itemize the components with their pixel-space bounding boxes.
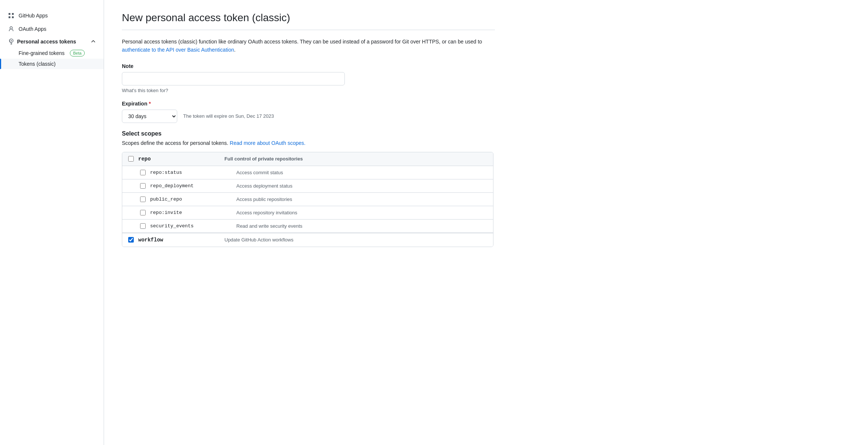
title-divider: [122, 30, 495, 30]
expiration-select[interactable]: 30 days 60 days 90 days Custom No expira…: [122, 110, 177, 123]
scope-row-repo-invite: repo:invite Access repository invitation…: [122, 206, 493, 220]
sidebar-sub-item-fine-grained[interactable]: Fine-grained tokens Beta: [0, 48, 104, 59]
beta-badge: Beta: [70, 50, 85, 56]
description-text: Personal access tokens (classic) functio…: [122, 38, 486, 54]
sidebar-oauth-apps-label: OAuth Apps: [19, 26, 46, 32]
scope-checkbox-repo-deployment[interactable]: [140, 183, 146, 189]
description-prefix: Personal access tokens (classic) functio…: [122, 39, 482, 45]
scopes-title: Select scopes: [122, 130, 495, 137]
scope-row-repo-deployment: repo_deployment Access deployment status: [122, 179, 493, 193]
sidebar-github-apps-label: GitHub Apps: [19, 13, 48, 19]
expiration-group: Expiration* 30 days 60 days 90 days Cust…: [122, 101, 495, 123]
description-link[interactable]: authenticate to the API over Basic Authe…: [122, 47, 234, 53]
scope-desc-repo-invite: Access repository invitations: [236, 210, 297, 215]
scope-row-public-repo: public_repo Access public repositories: [122, 193, 493, 206]
page-title: New personal access token (classic): [122, 12, 495, 24]
scope-name-repo-status: repo:status: [150, 170, 224, 175]
note-input[interactable]: [122, 72, 345, 85]
chevron-up-icon: [90, 39, 96, 45]
scope-row-security-events: security_events Read and write security …: [122, 220, 493, 233]
scope-row-repo-status: repo:status Access commit status: [122, 166, 493, 179]
main-content: New personal access token (classic) Pers…: [104, 0, 513, 445]
scopes-link[interactable]: Read more about OAuth scopes.: [230, 140, 305, 146]
scope-desc-repo-status: Access commit status: [236, 170, 283, 175]
expiration-label: Expiration*: [122, 101, 495, 107]
description-suffix: .: [234, 47, 236, 53]
scopes-description: Scopes define the access for personal to…: [122, 140, 495, 146]
svg-rect-3: [12, 16, 14, 18]
scope-desc-repo-deployment: Access deployment status: [236, 183, 292, 189]
scope-desc-security-events: Read and write security events: [236, 223, 302, 229]
sidebar-personal-access-tokens-label: Personal access tokens: [17, 39, 76, 45]
sidebar: GitHub Apps OAuth Apps Personal access t…: [0, 0, 104, 445]
scope-checkbox-repo[interactable]: [128, 156, 134, 162]
svg-rect-1: [12, 13, 14, 15]
scopes-group: Select scopes Scopes define the access f…: [122, 130, 495, 247]
sidebar-item-oauth-apps[interactable]: OAuth Apps: [0, 22, 104, 36]
scopes-desc-text: Scopes define the access for personal to…: [122, 140, 230, 146]
scope-desc-workflow: Update GitHub Action workflows: [224, 237, 294, 243]
key-icon: [7, 39, 13, 45]
scope-checkbox-repo-status[interactable]: [140, 170, 146, 175]
scope-name-repo: repo: [138, 156, 213, 162]
scope-checkbox-repo-invite[interactable]: [140, 210, 146, 215]
note-hint: What's this token for?: [122, 88, 495, 93]
sidebar-fine-grained-label: Fine-grained tokens: [19, 50, 65, 56]
scope-desc-public-repo: Access public repositories: [236, 196, 292, 202]
scope-name-security-events: security_events: [150, 223, 224, 229]
person-icon: [7, 25, 15, 33]
sidebar-personal-access-tokens-header[interactable]: Personal access tokens: [0, 36, 104, 48]
sidebar-tokens-classic-label: Tokens (classic): [19, 61, 56, 67]
scope-name-workflow: workflow: [138, 237, 213, 243]
note-label: Note: [122, 63, 495, 69]
scope-row-repo: repo Full control of private repositorie…: [122, 152, 493, 166]
scope-checkbox-security-events[interactable]: [140, 223, 146, 229]
expiration-hint: The token will expire on Sun, Dec 17 202…: [183, 113, 274, 119]
sidebar-sub-item-tokens-classic[interactable]: Tokens (classic): [0, 59, 104, 69]
svg-rect-2: [9, 16, 10, 18]
note-group: Note What's this token for?: [122, 63, 495, 93]
required-star: *: [149, 101, 150, 107]
svg-rect-0: [9, 13, 10, 15]
scope-name-repo-invite: repo:invite: [150, 210, 224, 215]
scope-name-repo-deployment: repo_deployment: [150, 183, 224, 189]
scope-row-workflow: workflow Update GitHub Action workflows: [122, 233, 493, 247]
scopes-table: repo Full control of private repositorie…: [122, 152, 493, 247]
sidebar-item-github-apps[interactable]: GitHub Apps: [0, 9, 104, 22]
github-apps-icon: [7, 12, 15, 19]
scope-name-public-repo: public_repo: [150, 196, 224, 202]
scope-checkbox-workflow[interactable]: [128, 237, 134, 243]
scope-desc-repo: Full control of private repositories: [224, 156, 303, 162]
expiration-row: 30 days 60 days 90 days Custom No expira…: [122, 110, 495, 123]
scope-checkbox-public-repo[interactable]: [140, 196, 146, 202]
